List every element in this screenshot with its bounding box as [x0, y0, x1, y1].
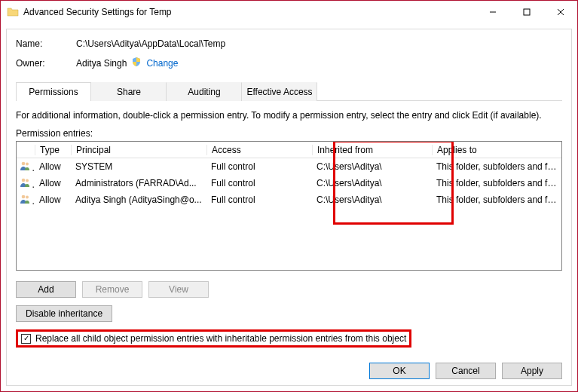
cell-applies: This folder, subfolders and files: [432, 161, 561, 172]
dialog-buttons: OK Cancel Apply: [16, 355, 562, 379]
shield-icon: [131, 57, 142, 69]
window-buttons: [476, 1, 577, 23]
col-inherited[interactable]: Inherited from: [312, 145, 432, 155]
apply-button[interactable]: Apply: [502, 363, 562, 379]
svg-point-8: [22, 194, 26, 198]
svg-point-9: [26, 195, 29, 198]
svg-point-6: [22, 178, 26, 182]
cell-access: Full control: [206, 178, 312, 188]
entries-label: Permission entries:: [16, 128, 562, 139]
change-owner-link[interactable]: Change: [146, 58, 178, 69]
owner-value: Aditya Singh: [76, 58, 127, 69]
minimize-button[interactable]: [476, 1, 509, 23]
replace-checkbox-row[interactable]: ✓ Replace all child object permission en…: [16, 329, 411, 348]
col-principal[interactable]: Principal: [71, 145, 206, 155]
ok-button[interactable]: OK: [369, 363, 430, 379]
principal-icon: [17, 161, 35, 173]
cell-inherited: C:\Users\Aditya\: [312, 194, 432, 205]
cancel-button[interactable]: Cancel: [436, 363, 496, 379]
owner-field: Owner: Aditya Singh Change: [16, 57, 562, 69]
table-body: AllowSYSTEMFull controlC:\Users\Aditya\T…: [17, 158, 561, 208]
disable-inheritance-button[interactable]: Disable inheritance: [16, 305, 112, 322]
svg-point-7: [26, 179, 29, 182]
cell-type: Allow: [35, 178, 71, 188]
content-panel: Name: C:\Users\Aditya\AppData\Local\Temp…: [6, 29, 572, 386]
svg-point-5: [26, 162, 29, 165]
cell-type: Allow: [35, 161, 71, 172]
cell-access: Full control: [206, 161, 312, 172]
tab-effective-access[interactable]: Effective Access: [242, 82, 317, 101]
name-label: Name:: [16, 38, 76, 49]
table-row[interactable]: AllowAditya Singh (AdityaSingh@o...Full …: [17, 191, 561, 208]
owner-label: Owner:: [16, 58, 76, 69]
replace-label: Replace all child object permission entr…: [35, 333, 406, 344]
svg-rect-1: [524, 9, 530, 15]
cell-applies: This folder, subfolders and files: [432, 178, 561, 188]
col-type[interactable]: Type: [35, 145, 71, 155]
cell-principal: Aditya Singh (AdityaSingh@o...: [71, 194, 206, 205]
name-field: Name: C:\Users\Aditya\AppData\Local\Temp: [16, 38, 562, 49]
col-access[interactable]: Access: [206, 145, 312, 155]
cell-applies: This folder, subfolders and files: [432, 194, 561, 205]
window: Advanced Security Settings for Temp Name…: [0, 0, 578, 392]
window-title: Advanced Security Settings for Temp: [23, 7, 476, 17]
tab-share[interactable]: Share: [91, 82, 167, 101]
table-row[interactable]: AllowSYSTEMFull controlC:\Users\Aditya\T…: [17, 158, 561, 175]
cell-principal: Administrators (FARRAD\Ad...: [71, 178, 206, 188]
replace-checkbox[interactable]: ✓: [21, 334, 31, 344]
svg-point-4: [22, 161, 26, 165]
titlebar: Advanced Security Settings for Temp: [1, 1, 577, 23]
name-value: C:\Users\Aditya\AppData\Local\Temp: [76, 38, 225, 49]
cell-access: Full control: [206, 194, 312, 205]
cell-type: Allow: [35, 194, 71, 205]
close-button[interactable]: [543, 1, 577, 23]
col-applies[interactable]: Applies to: [432, 145, 561, 155]
info-text: For additional information, double-click…: [16, 110, 562, 121]
add-button[interactable]: Add: [16, 281, 76, 298]
permissions-table: Type Principal Access Inherited from App…: [16, 141, 562, 271]
cell-inherited: C:\Users\Aditya\: [312, 178, 432, 188]
principal-icon: [17, 194, 35, 207]
tab-permissions[interactable]: Permissions: [16, 82, 91, 101]
view-button: View: [148, 281, 209, 298]
table-header: Type Principal Access Inherited from App…: [17, 142, 561, 158]
principal-icon: [17, 177, 35, 190]
entry-buttons: Add Remove View: [16, 281, 562, 298]
maximize-button[interactable]: [509, 1, 543, 23]
remove-button: Remove: [82, 281, 142, 298]
table-row[interactable]: AllowAdministrators (FARRAD\Ad...Full co…: [17, 175, 561, 191]
tab-auditing[interactable]: Auditing: [167, 82, 242, 101]
cell-principal: SYSTEM: [71, 161, 206, 172]
cell-inherited: C:\Users\Aditya\: [312, 161, 432, 172]
tab-bar: Permissions Share Auditing Effective Acc…: [16, 81, 562, 101]
folder-icon: [7, 6, 19, 18]
